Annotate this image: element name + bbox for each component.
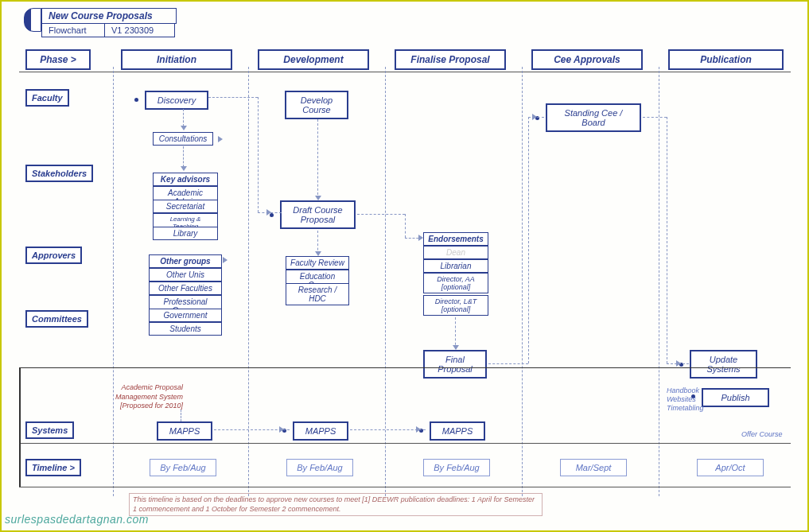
arrow-mapps-1-2	[214, 429, 290, 430]
arrow-endorse-down	[455, 317, 456, 349]
box-mapps-1: MAPPS	[157, 421, 212, 441]
box-library: Library	[153, 227, 218, 240]
box-update-systems: Update Systems	[690, 350, 757, 379]
timeline-1: By Feb/Aug	[150, 459, 216, 476]
box-key-advisors: Key advisors	[153, 173, 218, 186]
arrow-to-update-head	[676, 360, 681, 367]
row-line-3	[19, 487, 791, 487]
box-dean: Dean	[423, 246, 488, 259]
arrow-cee-right	[643, 117, 667, 118]
timeline-5: Apr/Oct	[697, 459, 764, 476]
arrow-develop-head	[315, 196, 321, 200]
title-icon	[24, 8, 41, 32]
note-offer: Offer Course	[741, 430, 783, 438]
arrow-final-up	[528, 117, 529, 363]
box-government: Government	[149, 309, 222, 322]
arrow-1-line	[183, 109, 184, 126]
box-research-hdc: Research / HDC	[286, 283, 349, 305]
timeline-2: By Feb/Aug	[286, 459, 353, 476]
arrow-mapps-1-2-head	[279, 426, 284, 433]
title-sub2: V1 230309	[105, 24, 175, 37]
arrow-2	[181, 166, 187, 171]
lane-divider-1	[248, 67, 249, 496]
phase-divider	[19, 72, 791, 72]
arrow-1	[181, 126, 187, 130]
box-other-unis: Other Unis	[149, 268, 222, 282]
arrow-to-consult	[218, 136, 223, 142]
box-consultations: Consultations	[153, 132, 213, 146]
title-main: New Course Proposals	[41, 8, 177, 24]
arrow-mapps-2-3	[350, 429, 426, 430]
lane-divider-0	[113, 67, 114, 496]
row-systems: Systems	[25, 421, 74, 439]
row-stakeholders: Stakeholders	[25, 165, 93, 182]
phase-approvals: Cee Approvals	[531, 49, 643, 70]
arrow-draft-right-v	[405, 214, 406, 238]
lane-divider-4	[659, 67, 659, 496]
box-mapps-2: MAPPS	[293, 421, 348, 441]
row-line-1	[19, 367, 791, 368]
box-mapps-3: MAPPS	[430, 421, 485, 441]
arrow-og-right	[223, 257, 228, 263]
timeline-4: Mar/Sept	[560, 459, 627, 476]
box-other-faculties: Other Faculties	[149, 282, 222, 295]
dot-discovery	[134, 98, 138, 102]
arrow-discovery-right	[208, 97, 258, 98]
lane-divider-3	[522, 67, 523, 496]
title-sub1: Flowchart	[41, 24, 105, 37]
phase-initiation: Initiation	[121, 49, 232, 70]
box-secretariat: Secretariat	[153, 200, 218, 213]
box-develop-course: Develop Course	[285, 91, 348, 119]
note-deadline: This timeline is based on the deadlines …	[129, 493, 543, 516]
box-publish: Publish	[702, 388, 769, 407]
row-committees: Committees	[25, 310, 88, 328]
row-timeline: Timeline >	[25, 459, 81, 476]
phase-publication: Publication	[668, 49, 784, 70]
arrow-draft-right	[357, 214, 405, 215]
arrow-note-up	[181, 410, 181, 421]
box-librarian: Librarian	[423, 259, 488, 273]
phase-label: Phase >	[25, 49, 91, 70]
lane-divider-2	[385, 67, 386, 496]
arrow-2-line	[183, 146, 184, 167]
phase-finalise: Finalise Proposal	[395, 49, 506, 70]
row-faculty: Faculty	[25, 89, 69, 107]
box-students: Students	[149, 322, 222, 336]
note-handbook: HandbookWebsitesTimetabling	[667, 386, 710, 412]
box-director-aa: Director, AA [optional]	[423, 273, 488, 293]
box-draft-proposal: Draft Course Proposal	[280, 200, 356, 229]
note-academic-proposal: Academic Proposal Management System [Pro…	[105, 383, 183, 411]
arrow-final-right	[488, 363, 528, 364]
row-line-2	[19, 443, 791, 444]
box-endorsements: Endorsements	[423, 232, 488, 246]
arrow-develop-down	[317, 119, 318, 199]
watermark: surlespasdedartagnan.com	[5, 513, 149, 526]
arrow-mapps-2-3-head	[416, 426, 421, 433]
arrow-draft-down-head	[315, 251, 321, 256]
box-discovery: Discovery	[145, 91, 208, 110]
phase-development: Development	[258, 49, 369, 70]
title-block: New Course Proposals Flowchart V1 230309	[24, 8, 177, 37]
arrow-discovery-right-head	[266, 209, 271, 216]
box-final-proposal: Final Proposal	[423, 350, 487, 379]
arrow-draft-right-head	[418, 235, 423, 241]
row-approvers: Approvers	[25, 247, 82, 264]
arrow-cee-down	[667, 117, 667, 363]
arrow-endorse-down-head	[453, 345, 459, 350]
box-director-lt: Director, L&T [optional]	[423, 295, 488, 316]
box-other-groups: Other groups	[149, 254, 222, 268]
left-bar	[19, 367, 21, 487]
timeline-3: By Feb/Aug	[423, 459, 490, 476]
box-faculty-review: Faculty Review	[286, 256, 349, 270]
arrow-discovery-right-v	[258, 97, 259, 212]
arrow-to-cee-head	[532, 114, 537, 120]
box-standing-cee: Standing Cee / Board	[546, 103, 641, 132]
